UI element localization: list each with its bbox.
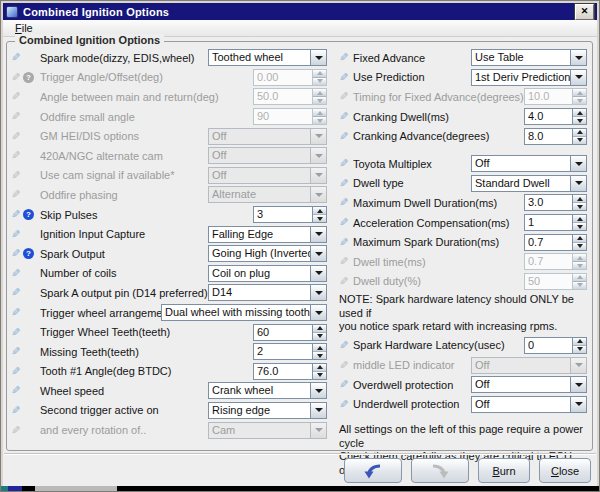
taskbar-sliver: [1, 486, 599, 491]
spinner-maximum-dwell-duration-ms[interactable]: 3.0: [524, 194, 587, 211]
spinner-value[interactable]: 60: [254, 325, 312, 340]
chevron-down-icon[interactable]: [570, 156, 586, 171]
spinner-value[interactable]: 8.0: [525, 129, 572, 144]
spinner-tooth-1-angle-deg-btdc[interactable]: 76.0: [253, 363, 327, 380]
chevron-down-icon[interactable]: [570, 70, 586, 85]
taskbar-sliver-blue: [8, 486, 22, 491]
chevron-down-icon[interactable]: [570, 176, 586, 191]
spinner-down-icon[interactable]: [313, 351, 326, 359]
spinner-value[interactable]: 3.0: [525, 195, 572, 210]
spinner-up-icon[interactable]: [313, 207, 326, 214]
spinner-down-icon[interactable]: [573, 242, 586, 250]
spinner-value: 90: [254, 109, 312, 124]
help-icon[interactable]: ?: [23, 209, 34, 220]
right-settings-column: ✎Fixed AdvanceUse Table✎Use Prediction1s…: [337, 48, 587, 479]
spinner-up-icon[interactable]: [573, 235, 586, 242]
edit-pencil-icon: ✎: [337, 236, 351, 249]
spinner-down-icon[interactable]: [573, 202, 586, 210]
spinner-spark-hardware-latency-usec[interactable]: 0: [524, 337, 587, 354]
combo-number-of-coils[interactable]: Coil on plug: [208, 265, 327, 282]
spinner-down-icon[interactable]: [573, 136, 586, 144]
close-button[interactable]: Close: [539, 458, 591, 483]
combo-spark-mode-dizzy-edis-wheel[interactable]: Toothed wheel: [208, 49, 327, 66]
edit-pencil-icon: ✎: [9, 208, 23, 221]
spinner-up-icon[interactable]: [573, 195, 586, 202]
spinner-up-icon[interactable]: [573, 129, 586, 136]
combined-ignition-options-dialog: Combined Ignition Options ✕ File Combine…: [0, 0, 600, 492]
chevron-down-icon[interactable]: [570, 50, 586, 65]
spinner-value[interactable]: 0: [525, 338, 572, 353]
combo-ignition-input-capture[interactable]: Falling Edge: [208, 226, 327, 243]
spinner-value[interactable]: 3: [254, 207, 312, 222]
spinner-up-icon[interactable]: [313, 364, 326, 371]
chevron-down-icon[interactable]: [310, 285, 326, 300]
combo-selected-value: Crank wheel: [209, 383, 310, 398]
setting-row-spark-output: ✎?Spark OutputGoing High (Inverted): [9, 244, 327, 264]
spinner-missing-teeth-teeth[interactable]: 2: [253, 343, 327, 360]
spinner-up-icon: [313, 70, 326, 77]
help-icon[interactable]: ?: [23, 248, 34, 259]
chevron-down-icon[interactable]: [310, 50, 326, 65]
edit-pencil-icon: ✎: [9, 51, 23, 64]
setting-row-angle-between-main-and-return-deg: ✎Angle between main and return(deg)50.0: [9, 87, 327, 107]
chevron-down-icon[interactable]: [570, 397, 586, 412]
setting-row-gm-hei-dis-options: ✎GM HEI/DIS optionsOff: [9, 126, 327, 146]
spinner-up-icon[interactable]: [313, 325, 326, 332]
combo-wheel-speed[interactable]: Crank wheel: [208, 382, 327, 399]
combo-trigger-wheel-arrangement[interactable]: Dual wheel with missing tooth: [161, 304, 327, 321]
close-window-button[interactable]: ✕: [575, 4, 594, 20]
chevron-down-icon[interactable]: [570, 377, 586, 392]
menu-file[interactable]: File: [10, 22, 38, 34]
combo-420a-ngc-alternate-cam: Off: [208, 147, 327, 164]
edit-pencil-icon: ✎: [337, 90, 351, 103]
chevron-down-icon: [310, 129, 326, 144]
spinner-acceleration-compensation-ms[interactable]: 1: [524, 214, 587, 231]
spinner-value[interactable]: 4.0: [525, 109, 572, 124]
combo-toyota-multiplex[interactable]: Off: [471, 155, 587, 172]
combo-use-prediction[interactable]: 1st Deriv Prediction: [471, 69, 587, 86]
spinner-down-icon[interactable]: [313, 371, 326, 379]
chevron-down-icon[interactable]: [310, 403, 326, 418]
edit-pencil-icon: ✎: [9, 247, 23, 260]
spinner-down-icon[interactable]: [313, 214, 326, 222]
combo-spark-a-output-pin-d14-preferred[interactable]: D14: [208, 284, 327, 301]
spinner-value: 50.0: [254, 89, 312, 104]
setting-row-wheel-speed: ✎Wheel speedCrank wheel: [9, 381, 327, 401]
spinner-up-icon[interactable]: [573, 109, 586, 116]
spinner-up-icon[interactable]: [573, 338, 586, 345]
spinner-skip-pulses[interactable]: 3: [253, 206, 327, 223]
combo-underdwell-protection[interactable]: Off: [471, 396, 587, 413]
setting-row-trigger-wheel-teeth-teeth: ✎Trigger Wheel Teeth(teeth)60: [9, 322, 327, 342]
chevron-down-icon[interactable]: [310, 383, 326, 398]
setting-label: Dwell time(ms): [353, 256, 426, 268]
spinner-up-icon[interactable]: [313, 344, 326, 351]
chevron-down-icon[interactable]: [310, 266, 326, 281]
spinner-down-icon[interactable]: [573, 222, 586, 230]
setting-label: Angle between main and return(deg): [40, 91, 219, 103]
chevron-down-icon: [310, 168, 326, 183]
spinner-cranking-advance-degrees[interactable]: 8.0: [524, 128, 587, 145]
chevron-down-icon[interactable]: [310, 305, 326, 320]
spinner-value[interactable]: 1: [525, 215, 572, 230]
edit-pencil-icon: ✎: [9, 365, 23, 378]
chevron-down-icon[interactable]: [310, 227, 326, 242]
spinner-trigger-wheel-teeth-teeth[interactable]: 60: [253, 324, 327, 341]
combo-dwell-type[interactable]: Standard Dwell: [471, 175, 587, 192]
spinner-cranking-dwell-ms[interactable]: 4.0: [524, 108, 587, 125]
chevron-down-icon[interactable]: [310, 246, 326, 261]
spinner-timing-for-fixed-advance-degrees: 10.0: [524, 88, 587, 105]
spinner-down-icon[interactable]: [313, 332, 326, 340]
combo-overdwell-protection[interactable]: Off: [471, 376, 587, 393]
undo-button[interactable]: [344, 458, 402, 483]
spinner-value[interactable]: 0.7: [525, 235, 572, 250]
spinner-up-icon[interactable]: [573, 215, 586, 222]
burn-button[interactable]: Burn: [478, 458, 530, 483]
spinner-maximum-spark-duration-ms[interactable]: 0.7: [524, 234, 587, 251]
spinner-down-icon[interactable]: [573, 116, 586, 124]
spinner-value[interactable]: 76.0: [254, 364, 312, 379]
spinner-down-icon[interactable]: [573, 345, 586, 353]
combo-spark-output[interactable]: Going High (Inverted): [208, 245, 327, 262]
combo-fixed-advance[interactable]: Use Table: [471, 49, 587, 66]
spinner-value[interactable]: 2: [254, 344, 312, 359]
combo-second-trigger-active-on[interactable]: Rising edge: [208, 402, 327, 419]
